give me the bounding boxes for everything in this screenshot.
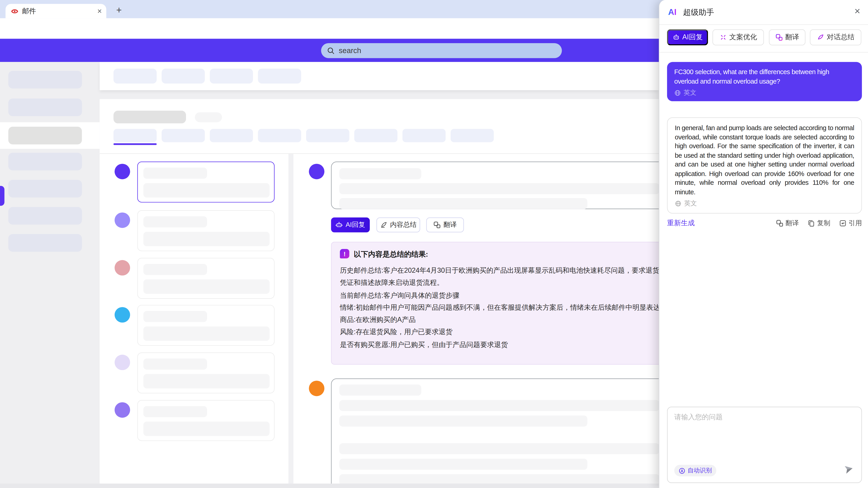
email-list-item[interactable] [137, 400, 274, 441]
skeleton-line [339, 385, 421, 396]
title-badge-skeleton [195, 112, 222, 122]
browser-tab[interactable]: 邮件 × [5, 4, 106, 18]
skeleton-line [339, 443, 659, 454]
skeleton-line [143, 280, 270, 294]
alert-icon: ! [340, 249, 349, 258]
tab-label: AI回复 [682, 33, 703, 42]
email-list-item[interactable] [137, 305, 274, 346]
sidebar-skeleton-item [8, 98, 82, 116]
skeleton-line [143, 311, 207, 322]
quote-action[interactable]: 引用 [839, 219, 862, 228]
close-icon[interactable]: × [855, 5, 860, 17]
translate-action[interactable]: 翻译 [776, 219, 799, 228]
avatar [115, 260, 130, 275]
question-input[interactable] [668, 407, 861, 460]
ai-reply-label: AI回复 [346, 220, 365, 230]
avatar [115, 164, 130, 180]
question-language: 英文 [674, 89, 855, 97]
user-question-bubble: FC300 selection, what are the difference… [667, 62, 862, 101]
regenerate-button[interactable]: 重新生成 [667, 219, 694, 228]
sidebar-skeleton-item [8, 180, 82, 197]
tab-translate[interactable]: 翻译 [769, 29, 806, 45]
content-summary-label: 内容总结 [390, 220, 416, 230]
feather-icon [380, 221, 387, 229]
skeleton-line [143, 264, 207, 275]
tab-skeleton [114, 129, 157, 142]
tab-skeleton [306, 129, 349, 142]
tab-skeleton [258, 129, 301, 142]
copy-action[interactable]: 复制 [808, 219, 830, 228]
message-card [331, 379, 659, 488]
robot-icon [673, 34, 680, 41]
skeleton-line [143, 406, 207, 417]
ai-answer-card: In general, fan and pump loads are selec… [667, 117, 862, 214]
skeleton-line [339, 459, 587, 470]
screen: 邮件 × + ← → ↻ cloudwalk.com [0, 0, 868, 488]
content-summary-button[interactable]: 内容总结 [376, 217, 420, 232]
search-input[interactable] [339, 46, 556, 55]
skeleton-chip [162, 69, 205, 84]
avatar [309, 164, 324, 180]
ai-reply-button[interactable]: AI回复 [331, 217, 370, 232]
skeleton-chip [210, 69, 253, 84]
auto-detect-toggle[interactable]: A 自动识别 [674, 465, 716, 476]
robot-icon [336, 221, 343, 229]
translate-label: 翻译 [443, 220, 457, 230]
skeleton-line [143, 422, 270, 436]
summary-result-box: ! 以下内容是总结的结果: 历史邮件总结:客户在2024年4月30日于欧洲购买的… [331, 242, 659, 365]
tab-skeleton [451, 129, 494, 142]
summary-line: 情绪:初始邮件中用户可能因产品问题感到不满，但在客服提供解决方案后，情绪未在后续… [340, 301, 659, 314]
question-input-box: A 自动识别 [667, 407, 862, 483]
tab-label: 翻译 [785, 33, 799, 42]
summary-line: 凭证和描述故障来启动退货流程。 [340, 277, 659, 289]
avatar [115, 307, 130, 323]
summary-lines: 历史邮件总结:客户在2024年4月30日于欧洲购买的产品出现屏幕显示乱码和电池快… [340, 265, 659, 351]
tab-label: 文案优化 [730, 33, 757, 42]
summary-line: 历史邮件总结:客户在2024年4月30日于欧洲购买的产品出现屏幕显示乱码和电池快… [340, 265, 659, 277]
language-label: 英文 [684, 89, 696, 97]
skeleton-line [339, 416, 587, 427]
email-list-item[interactable] [137, 210, 274, 251]
avatar [115, 402, 130, 418]
answer-language: 英文 [675, 199, 854, 207]
language-label: 英文 [684, 199, 697, 207]
question-text: FC300 selection, what are the difference… [674, 68, 855, 86]
mail-main-panel: AI回复 内容总结 翻译 ! 以下内容是总结的结果: 历史邮件总结:客户在202… [100, 99, 659, 488]
spark-icon [719, 34, 726, 41]
sidebar-item-selected[interactable] [0, 122, 100, 149]
tab-copy-optimize[interactable]: 文案优化 [712, 29, 764, 45]
skeleton-line [143, 183, 270, 198]
skeleton-line [143, 326, 270, 341]
active-tab-indicator [114, 143, 157, 145]
skeleton-chip [258, 69, 301, 84]
sidebar [0, 62, 100, 488]
svg-text:A: A [681, 468, 683, 473]
send-icon[interactable] [843, 463, 855, 477]
horizontal-scrollbar[interactable] [0, 484, 659, 488]
breadcrumb-skeleton-bar [100, 62, 659, 90]
answer-actions: 重新生成 翻译 复制 引用 [667, 219, 862, 228]
translate-icon [775, 34, 782, 41]
globe-icon [674, 90, 681, 96]
copy-icon [808, 220, 815, 227]
summary-title: 以下内容是总结的结果: [354, 250, 428, 259]
divider [659, 24, 868, 25]
email-list-item[interactable] [137, 352, 274, 393]
tab-close-icon[interactable]: × [97, 7, 102, 15]
skeleton-line [143, 374, 270, 389]
new-tab-button[interactable]: + [113, 4, 125, 17]
summary-line: 是否有购买意愿:用户已购买，但由于产品问题要求退货 [340, 338, 659, 351]
summary-line: 商品:在欧洲购买的A产品 [340, 314, 659, 326]
selected-indicator [0, 186, 4, 206]
list-scrollbar[interactable] [288, 154, 293, 488]
tab-ai-reply[interactable]: AI回复 [667, 29, 708, 45]
translate-button[interactable]: 翻译 [426, 217, 464, 232]
action-label: 翻译 [785, 219, 799, 228]
mail-favicon-icon [11, 7, 18, 15]
tab-skeleton [402, 129, 445, 142]
search-bar[interactable] [321, 43, 562, 58]
tab-title: 邮件 [22, 6, 97, 16]
tab-conversation-summary[interactable]: 对话总结 [810, 29, 862, 45]
email-list-item[interactable] [137, 258, 274, 299]
email-list-item-selected[interactable] [137, 162, 274, 202]
